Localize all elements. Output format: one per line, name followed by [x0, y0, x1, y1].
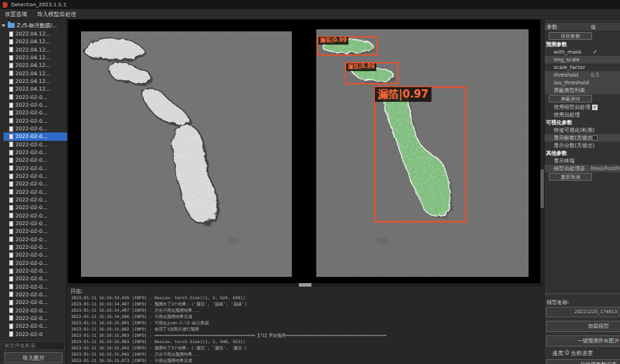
param-button[interactable]: 重新预测	[549, 173, 592, 181]
param-row[interactable]: 快速可视化(检测)	[545, 126, 620, 134]
tree-item[interactable]: 2022-02-0...	[3, 212, 67, 220]
file-icon	[9, 103, 13, 108]
tree-item[interactable]: 2022-02-0...	[3, 117, 67, 125]
app-window: Detection_2023.1.5.1 设置选项 导入模型后处理 Z:/5-标…	[0, 0, 620, 364]
file-icon	[9, 197, 13, 203]
param-row[interactable]: 显示标签(关键点)	[545, 134, 620, 142]
tree-item[interactable]: 2022-02-0...	[3, 93, 67, 101]
tree-item-label: 2022.04.12...	[15, 54, 50, 61]
tree-item[interactable]: 2022-02-0...	[3, 243, 67, 251]
tree-item[interactable]: 2022-02-0...	[3, 322, 67, 330]
tree-item[interactable]: 2022-02-0...	[3, 101, 67, 109]
tree-item[interactable]: 2022-02-0...	[3, 109, 67, 116]
menu-item-import-postprocess[interactable]: 导入模型后处理	[32, 9, 81, 20]
tree-item[interactable]: 2022-02-0...	[3, 149, 67, 156]
tree-item-label: 2022-02-0...	[15, 268, 47, 274]
file-tree-items: 2022.04.12...2022.04.12...2022.04.12...2…	[0, 30, 67, 341]
param-button[interactable]: 屏蔽按钮	[549, 95, 592, 103]
param-label: threshold	[554, 71, 578, 79]
param-value[interactable]: MaskPostPro	[591, 165, 620, 172]
tree-item[interactable]: 2022-02-0...	[3, 283, 67, 291]
tree-item[interactable]: 2022.04.12...	[3, 54, 67, 61]
tree-item[interactable]: 2022-02-0...	[3, 132, 67, 140]
postprocess-params-button[interactable]: 后处理参数设置	[546, 359, 620, 364]
tree-item[interactable]: 2022-02-0	[3, 330, 67, 338]
speed-progress-status: 速度:0 当前进度	[552, 349, 593, 357]
param-label: iou_threshold	[554, 79, 589, 86]
file-icon	[9, 284, 13, 289]
param-button[interactable]: 保存参数	[549, 32, 592, 40]
file-icon	[9, 291, 13, 297]
tree-item[interactable]: 2022.04.12...	[3, 85, 67, 93]
predict-all-button[interactable]: 一键预测所有图片	[546, 335, 620, 347]
tree-item-label: 2022-02-0...	[15, 181, 47, 187]
tree-item[interactable]: 2022-02-0...	[3, 251, 67, 259]
file-icon	[9, 331, 13, 337]
param-row[interactable]: scale_factor	[545, 63, 620, 71]
tree-item[interactable]: 2022-02-0...	[3, 314, 67, 322]
param-label: with_mask	[554, 48, 582, 56]
image-panel-prediction[interactable]: 漏箔|0.99 漏箔|0.89 漏箔|0.97	[316, 29, 529, 277]
tree-item[interactable]: 2022.04.12...	[3, 38, 67, 45]
tree-item[interactable]: 2022-02-0...	[3, 236, 67, 243]
log-line: 2023-01-11 16:16:15,003 |INFO| - =======…	[71, 333, 542, 339]
tree-item-label: 2022.04.12...	[15, 38, 50, 45]
file-icon	[9, 63, 13, 68]
tree-item[interactable]: 2022-02-0...	[3, 291, 67, 298]
tree-item[interactable]: 2022.04.12...	[3, 77, 67, 85]
param-value[interactable]: 0.5	[591, 71, 599, 79]
tree-item[interactable]: 2022-02-0...	[3, 125, 67, 132]
tree-item[interactable]: 2022-02-0...	[3, 165, 67, 172]
tree-item[interactable]: 2022-02-0...	[3, 141, 67, 149]
param-label: 快速可视化(检测)	[554, 126, 594, 134]
tree-item[interactable]: 2022-02-0...	[3, 156, 67, 164]
tree-item[interactable]: 2022-02-0...	[3, 204, 67, 211]
tree-item[interactable]: 2022-02-0...	[3, 196, 67, 204]
param-row[interactable]: 模型后处理器MaskPostPro	[545, 165, 620, 172]
image-panel-original[interactable]	[81, 31, 292, 277]
tree-root-node[interactable]: Z:/5-标注数据/...	[1, 22, 57, 29]
tree-item[interactable]: 2022-02-0...	[3, 298, 67, 306]
param-row[interactable]: 使用模型后处理✓	[545, 103, 620, 111]
menu-item-settings[interactable]: 设置选项	[0, 9, 32, 20]
load-model-button[interactable]: 加载模型	[546, 321, 620, 332]
file-icon	[9, 252, 13, 258]
tree-item[interactable]: 2022-02-0...	[3, 306, 67, 314]
tree-item[interactable]: 2022.04.12...	[3, 70, 67, 77]
tree-item[interactable]: 2022-02-0...	[3, 172, 67, 180]
param-row[interactable]: iou_threshold	[545, 79, 620, 86]
tree-item[interactable]: 2022.04.12...	[3, 30, 67, 38]
model-name-value[interactable]: 20221225_174813	[546, 307, 619, 317]
param-section-header: 可视化参数	[545, 119, 620, 126]
tree-item-label: 2022-02-0...	[15, 126, 47, 132]
tree-item-label: 2022-02-0...	[15, 102, 47, 108]
tree-item[interactable]: 2022-02-0...	[3, 259, 67, 267]
tree-item[interactable]: 2022-02-0...	[3, 220, 67, 227]
import-images-button[interactable]: 导入图片	[4, 352, 63, 363]
log-line: 2023-01-11 16:16:15,003 |INFO| - Resize:…	[71, 339, 542, 345]
param-row[interactable]: 显示分数(关键点)	[545, 142, 620, 149]
params-header: 参数 值	[545, 23, 620, 31]
param-row[interactable]: with_mask✓	[545, 48, 620, 56]
param-row[interactable]: img_scale	[545, 56, 620, 63]
detection-label: 漏箔|0.99	[318, 37, 348, 45]
tree-item[interactable]: 2022.04.12...	[3, 46, 67, 54]
filename-search-input[interactable]	[1, 341, 65, 350]
tree-item[interactable]: 2022-02-0...	[3, 188, 67, 196]
tree-item-label: 2022-02-0...	[15, 173, 47, 179]
file-icon	[9, 300, 13, 305]
tree-item[interactable]: 2022-02-0...	[3, 267, 67, 275]
tree-item[interactable]: 2022-02-0...	[3, 180, 67, 188]
checkbox-unchecked[interactable]	[592, 135, 598, 141]
param-row[interactable]: 显示终端	[545, 157, 620, 165]
tree-item[interactable]: 2022-02-0...	[3, 227, 67, 235]
param-row[interactable]: 使用后处理	[545, 111, 620, 119]
file-icon	[9, 181, 13, 187]
file-tree-sidebar: Z:/5-标注数据/... 2022.04.12...2022.04.12...…	[0, 20, 67, 364]
checkbox-checked[interactable]: ✓	[592, 105, 598, 110]
tree-item[interactable]: 2022-02-0...	[3, 275, 67, 282]
chevron-down-icon[interactable]	[1, 24, 6, 27]
tree-item[interactable]: 2022.04.12...	[3, 61, 67, 69]
param-row[interactable]: threshold0.5	[545, 71, 620, 79]
param-row[interactable]: 屏蔽类型列表	[545, 86, 620, 94]
